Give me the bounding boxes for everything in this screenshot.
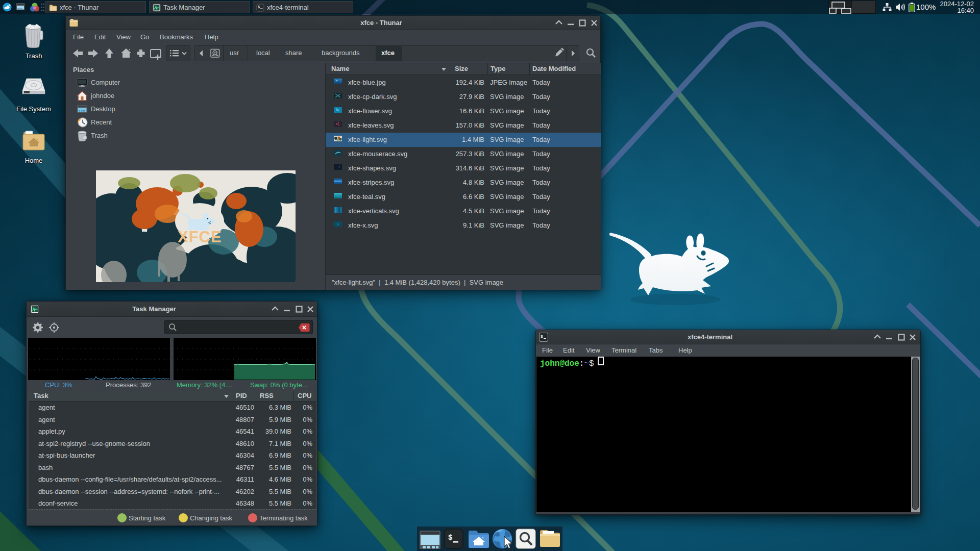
svg-text:$: $ <box>541 334 543 339</box>
svg-text:$: $ <box>258 5 260 9</box>
svg-text:$: $ <box>448 534 452 542</box>
svg-text:XFCE: XFCE <box>178 228 222 246</box>
